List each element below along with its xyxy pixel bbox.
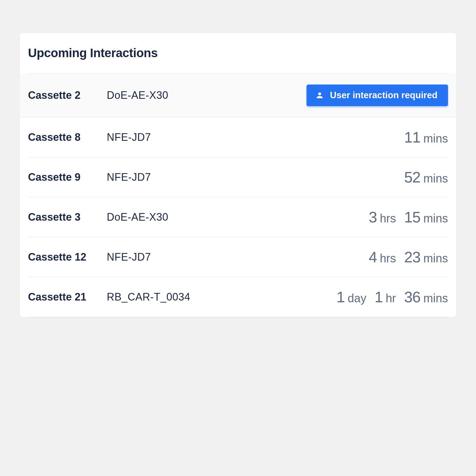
- cassette-label: Cassette 2: [28, 89, 80, 101]
- time-column: 4 hrs 23 mins: [369, 248, 448, 266]
- time-unit: hrs: [380, 212, 396, 225]
- time-unit: hrs: [380, 252, 396, 265]
- cassette-column: Cassette 21: [28, 291, 107, 303]
- list-item: Cassette 8 NFE-JD7 11 mins: [28, 117, 448, 157]
- cassette-label: Cassette 9: [28, 171, 80, 183]
- cassette-column: Cassette 3: [28, 211, 107, 223]
- time-unit: mins: [424, 292, 448, 305]
- code-label: DoE-AE-X30: [107, 211, 168, 223]
- code-label: NFE-JD7: [107, 251, 151, 263]
- code-column: NFE-JD7: [107, 131, 404, 143]
- cassette-column: Cassette 9: [28, 171, 107, 183]
- time-column: 52 mins: [404, 168, 448, 186]
- code-column: DoE-AE-X30: [107, 89, 307, 101]
- upcoming-interactions-card: Upcoming Interactions Cassette 2 DoE-AE-…: [20, 33, 456, 317]
- user-interaction-button[interactable]: User interaction required: [307, 85, 448, 106]
- cassette-label: Cassette 3: [28, 211, 80, 223]
- time-value: 52: [404, 168, 421, 186]
- time-column: 11 mins: [404, 129, 448, 146]
- time-value: 1: [337, 288, 345, 306]
- list-item: Cassette 21 RB_CAR-T_0034 1 day 1 hr 36 …: [28, 277, 448, 317]
- time-value: 4: [369, 248, 377, 266]
- time-unit: hr: [386, 292, 396, 305]
- list-item: Cassette 9 NFE-JD7 52 mins: [28, 157, 448, 197]
- time-unit: mins: [424, 252, 448, 265]
- code-column: RB_CAR-T_0034: [107, 291, 337, 303]
- cassette-label: Cassette 21: [28, 291, 86, 303]
- time-value: 15: [404, 208, 421, 226]
- time-value: 1: [374, 288, 383, 306]
- time-value: 36: [404, 288, 421, 306]
- code-label: NFE-JD7: [107, 131, 151, 143]
- list-item: Cassette 3 DoE-AE-X30 3 hrs 15 mins: [28, 197, 448, 237]
- cassette-column: Cassette 12: [28, 251, 107, 263]
- time-value: 3: [369, 208, 377, 226]
- interactions-list: Cassette 2 DoE-AE-X30 User interaction r…: [28, 73, 448, 317]
- time-value: 23: [404, 248, 421, 266]
- code-column: NFE-JD7: [107, 171, 404, 183]
- cassette-column: Cassette 8: [28, 131, 107, 143]
- person-icon: [315, 91, 324, 100]
- time-value: 11: [404, 129, 421, 146]
- code-label: RB_CAR-T_0034: [107, 291, 190, 303]
- action-button-label: User interaction required: [330, 90, 438, 101]
- cassette-label: Cassette 12: [28, 251, 86, 263]
- code-column: NFE-JD7: [107, 251, 369, 263]
- time-column: 3 hrs 15 mins: [369, 208, 448, 226]
- time-column: 1 day 1 hr 36 mins: [337, 288, 448, 306]
- cassette-column: Cassette 2: [28, 89, 107, 101]
- cassette-label: Cassette 8: [28, 131, 80, 143]
- code-column: DoE-AE-X30: [107, 211, 369, 223]
- time-unit: mins: [424, 172, 448, 185]
- list-item: Cassette 12 NFE-JD7 4 hrs 23 mins: [28, 237, 448, 277]
- time-unit: mins: [424, 132, 448, 145]
- card-title: Upcoming Interactions: [28, 46, 448, 60]
- code-label: NFE-JD7: [107, 171, 151, 183]
- time-unit: day: [348, 292, 367, 305]
- list-item: Cassette 2 DoE-AE-X30 User interaction r…: [20, 73, 456, 117]
- time-unit: mins: [424, 212, 448, 225]
- code-label: DoE-AE-X30: [107, 89, 168, 101]
- card-header: Upcoming Interactions: [20, 33, 456, 73]
